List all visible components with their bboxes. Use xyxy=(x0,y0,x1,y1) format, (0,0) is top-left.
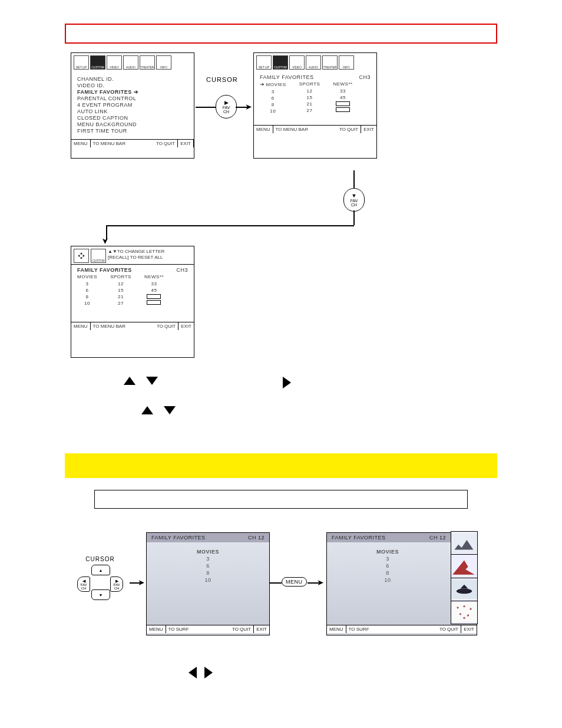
bottom-triangle-pair xyxy=(35,667,527,690)
cell: 33 xyxy=(340,88,346,94)
favorites-table: ➔MOVIES 3 6 8 10 SPORTS 12 15 21 27 NEWS… xyxy=(254,81,376,114)
menu-item: CLOSED CAPTION xyxy=(77,115,188,121)
svg-point-3 xyxy=(457,589,472,594)
svg-point-9 xyxy=(467,615,469,617)
iconbar-custom: CUSTOM xyxy=(273,55,288,70)
yellow-divider xyxy=(65,453,497,478)
surf-value: 10 xyxy=(204,577,211,583)
cell: 10 xyxy=(84,301,90,306)
cell: 33 xyxy=(151,281,157,286)
cell: 27 xyxy=(307,108,313,113)
cell: 21 xyxy=(118,294,124,299)
favch-ch-label: CH xyxy=(223,110,229,114)
thumbnail-image-icon xyxy=(451,602,477,622)
red-divider xyxy=(65,24,497,44)
iconbar-custom: CUSTOM xyxy=(91,249,106,263)
fav-ch-button-right[interactable]: ▶ FAV CH xyxy=(216,95,237,118)
thumbnail-image-icon xyxy=(451,556,477,576)
ff-channel: CH3 xyxy=(176,267,188,273)
play-right-icon: ▶ xyxy=(224,100,229,106)
footer-exit: EXIT xyxy=(361,126,376,133)
triangle-left-icon: ◀ xyxy=(82,579,85,583)
triangle-right-icon xyxy=(204,667,213,678)
favch-fav-label: FAV xyxy=(223,106,230,110)
footer-exit: EXIT xyxy=(253,625,269,633)
menu-pill-button[interactable]: MENU xyxy=(282,577,307,587)
cursor-label: CURSOR xyxy=(206,76,238,83)
thumbnail xyxy=(451,601,478,624)
footer-menu: MENU xyxy=(254,126,273,133)
cell: 27 xyxy=(118,301,124,306)
ff-title: FAMILY FAVORITES xyxy=(77,267,132,273)
iconbar-info: INFO xyxy=(339,55,354,70)
favch-ch-label: CH xyxy=(351,203,357,207)
nav-arrows-icon xyxy=(74,252,88,260)
cell: 3 xyxy=(272,89,275,94)
iconbar-setup: SET UP xyxy=(256,55,272,70)
flow-arrowhead-icon: ➤ xyxy=(101,238,110,245)
pointer-icon: ➔ xyxy=(260,81,265,87)
thumbnail xyxy=(451,554,478,578)
cursor-pad: CURSOR ▲ ▼ ◀ FAV CH ▶ FAV CH xyxy=(71,556,130,609)
thumbnail xyxy=(451,578,478,601)
iconbar-theater: THEATER xyxy=(322,55,338,70)
menu-item: 4 EVENT PROGRAM xyxy=(77,102,188,108)
triangle-down-icon xyxy=(146,377,158,385)
hint-change-letter: ▲▼TO CHANGE LETTER xyxy=(108,249,164,255)
updown-icon: ▲▼ xyxy=(108,249,117,254)
svg-rect-4 xyxy=(451,602,477,622)
iconbar-info: INFO xyxy=(156,55,171,70)
col-header: MOVIES xyxy=(77,274,97,279)
footer-to-surf: TO SURF xyxy=(166,625,191,633)
footer-to-menu-bar: TO MENU BAR xyxy=(91,322,128,330)
svg-rect-0 xyxy=(451,533,477,553)
triangle-down-icon: ▼ xyxy=(352,193,357,199)
surf-value: 6 xyxy=(206,563,210,569)
svg-point-8 xyxy=(459,614,461,615)
family-favorites-screen: SET UP CUSTOM VIDEO AUDIO THEATER INFO F… xyxy=(253,52,377,159)
family-favorites-edit-screen: CUSTOM ▲▼TO CHANGE LETTER [RECALL] TO RE… xyxy=(71,246,194,358)
empty-slot xyxy=(147,300,161,305)
arrow-right-icon: ➔ xyxy=(134,89,139,95)
footer-to-quit: TO QUIT xyxy=(154,322,178,330)
footer-exit: EXIT xyxy=(461,625,477,633)
flow-line xyxy=(270,582,282,584)
cell: 15 xyxy=(307,95,313,100)
flow-line xyxy=(353,170,355,188)
footer-to-quit: TO QUIT xyxy=(337,126,361,133)
footer-to-surf: TO SURF xyxy=(346,625,372,633)
col-header: NEWS** xyxy=(333,81,352,87)
surf-channel: CH 12 xyxy=(429,535,446,541)
surf-value: 8 xyxy=(206,570,210,576)
menu-item: FIRST TIME TOUR xyxy=(77,128,188,134)
footer-to-quit: TO QUIT xyxy=(154,140,177,147)
cursor-up-button[interactable]: ▲ xyxy=(91,565,110,575)
triangle-up-icon xyxy=(141,406,153,414)
cell: 6 xyxy=(86,288,89,293)
cursor-left-button[interactable]: ◀ FAV CH xyxy=(77,577,90,592)
favorites-table: MOVIES 3 6 8 10 SPORTS 12 15 21 27 NEWS*… xyxy=(71,274,194,307)
surf-value: 3 xyxy=(386,556,389,562)
ff-channel: CH3 xyxy=(359,74,371,80)
footer-menu: MENU xyxy=(327,625,346,633)
fav-ch-button-down[interactable]: ▼ FAV CH xyxy=(343,188,365,212)
cell: 12 xyxy=(118,281,124,286)
thumbnail-image-icon xyxy=(451,579,477,599)
triangle-right-icon: ▶ xyxy=(115,579,118,583)
surf-title: FAMILY FAVORITES xyxy=(151,535,206,541)
col-header: SPORTS xyxy=(110,274,131,279)
col-header: NEWS** xyxy=(144,274,164,279)
surf-title: FAMILY FAVORITES xyxy=(332,535,386,541)
menu-item: AUTO LINK xyxy=(77,108,188,114)
iconbar-setup: SET UP xyxy=(74,55,89,70)
svg-point-10 xyxy=(463,617,465,619)
svg-point-5 xyxy=(457,607,458,609)
cursor-down-button[interactable]: ▼ xyxy=(91,589,110,600)
triangle-left-icon xyxy=(189,667,197,678)
surf-value: 6 xyxy=(386,563,389,569)
footer-menu: MENU xyxy=(71,322,91,330)
surf-heading: MOVIES xyxy=(376,549,399,555)
cell: 8 xyxy=(86,294,89,299)
cursor-right-button[interactable]: ▶ FAV CH xyxy=(110,577,123,592)
menu-item: MENU BACKGROUND xyxy=(77,121,188,127)
